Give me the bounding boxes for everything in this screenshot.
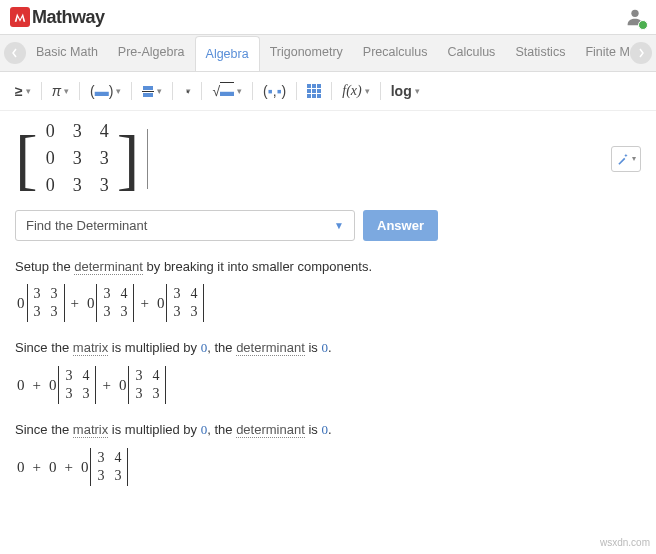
caret-icon: ▾ [365,86,370,96]
caret-icon: ▾ [157,86,162,96]
matrix-cell: 3 [100,175,109,196]
tab-pre-algebra[interactable]: Pre-Algebra [108,35,195,71]
text-cursor [147,129,148,189]
app-header: Mathway [0,0,656,35]
brand-text: Mathway [32,7,105,28]
tab-finite-math[interactable]: Finite Math [575,35,630,71]
solution-step: Setup the determinant by breaking it int… [15,259,641,322]
coefficient: 0 [117,377,129,394]
tool-function[interactable]: f(x)▾ [337,80,374,102]
step-description: Setup the determinant by breaking it int… [15,259,641,274]
matrix-cell: 3 [73,148,82,169]
tab-statistics[interactable]: Statistics [505,35,575,71]
tool-inequality[interactable]: ≥▾ [10,80,36,102]
glossary-term[interactable]: determinant [236,422,305,438]
tab-basic-math[interactable]: Basic Math [26,35,108,71]
caret-icon: ▾ [64,86,69,96]
action-row: Find the Determinant ▼ Answer [15,210,641,241]
select-label: Find the Determinant [26,218,147,233]
tool-matrix[interactable] [302,81,326,101]
matrix-cell: 0 [46,175,55,196]
problem-row: [ 034033033 ] ▾ [15,121,641,196]
matrix-cell: 3 [73,121,82,142]
matrix-cell: 0 [46,148,55,169]
matrix-cell: 4 [100,121,109,142]
glossary-term[interactable]: determinant [74,259,143,275]
caret-icon: ▾ [237,86,242,96]
fraction-icon [142,86,154,97]
step-description: Since the matrix is multiplied by 0, the… [15,422,641,438]
matrix-cell: 0 [46,121,55,142]
chevron-left-icon [10,48,20,58]
svg-point-0 [631,10,638,17]
grid-icon [307,84,321,98]
tool-exponent[interactable]: ▪▾ [178,83,196,99]
solution-step: Since the matrix is multiplied by 0, the… [15,340,641,404]
determinant-2x2: 3433 [58,366,96,404]
chevron-right-icon [636,48,646,58]
interval-icon: (▪,▪) [263,83,286,99]
math-toolbar: ≥▾ π▾ (▬)▾ ▾ ▪▾ √▬▾ (▪,▪) f(x)▾ log▾ [0,72,656,111]
coefficient: 0 [79,459,91,476]
tab-precalculus[interactable]: Precalculus [353,35,438,71]
separator [252,82,253,100]
coefficient: 0 [15,295,27,312]
chevron-down-icon: ▼ [334,220,344,231]
caret-icon: ▾ [116,86,121,96]
separator [172,82,173,100]
math-number: 0 [321,340,328,355]
glossary-term[interactable]: matrix [73,340,108,356]
right-bracket-icon: ] [117,129,140,189]
tab-trigonometry[interactable]: Trigonometry [260,35,353,71]
magic-wand-icon [616,152,630,166]
determinant-2x2: 3433 [166,284,204,322]
math-number: 0 [201,340,208,355]
sqrt-icon: √▬ [212,83,234,99]
tool-interval[interactable]: (▪,▪) [258,80,291,102]
separator [296,82,297,100]
user-menu[interactable] [624,6,646,28]
matrix-cell: 3 [100,148,109,169]
paren-icon: (▬) [90,83,113,99]
left-bracket-icon: [ [15,129,38,189]
solution-step: Since the matrix is multiplied by 0, the… [15,422,641,486]
tool-radical[interactable]: √▬▾ [207,80,247,102]
coefficient: 0 [85,295,97,312]
coefficient: 0 [47,377,59,394]
math-number: 0 [321,422,328,437]
edit-button[interactable]: ▾ [611,146,641,172]
coefficient: 0 [155,295,167,312]
tool-parentheses[interactable]: (▬)▾ [85,80,126,102]
matrix-cell: 3 [73,175,82,196]
subject-tabs: Basic MathPre-AlgebraAlgebraTrigonometry… [0,35,656,72]
determinant-2x2: 3433 [90,448,128,486]
separator [41,82,42,100]
plus-operator: + [96,377,116,394]
tab-algebra[interactable]: Algebra [195,36,260,71]
glossary-term[interactable]: matrix [73,422,108,438]
separator [131,82,132,100]
matrix-grid: 034033033 [38,121,117,196]
problem-input[interactable]: [ 034033033 ] [15,121,148,196]
answer-button[interactable]: Answer [363,210,438,241]
glossary-term[interactable]: determinant [236,340,305,356]
content-area: [ 034033033 ] ▾ Find the Determinant ▼ A… [0,111,656,514]
status-badge-icon [638,20,648,30]
separator [380,82,381,100]
plus-operator: + [65,295,85,312]
step-description: Since the matrix is multiplied by 0, the… [15,340,641,356]
determinant-2x2: 3333 [27,284,65,322]
plus-operator: + [134,295,154,312]
tabs-prev-button[interactable] [4,42,26,64]
tab-calculus[interactable]: Calculus [437,35,505,71]
tool-fraction[interactable]: ▾ [137,83,167,100]
tabs-next-button[interactable] [630,42,652,64]
tool-constant[interactable]: π▾ [47,80,74,102]
separator [331,82,332,100]
topic-select[interactable]: Find the Determinant ▼ [15,210,355,241]
brand-logo[interactable]: Mathway [10,7,105,28]
math-number: 0 [201,422,208,437]
tool-log[interactable]: log▾ [386,80,425,102]
logo-icon [10,7,30,27]
caret-icon: ▾ [632,154,636,163]
